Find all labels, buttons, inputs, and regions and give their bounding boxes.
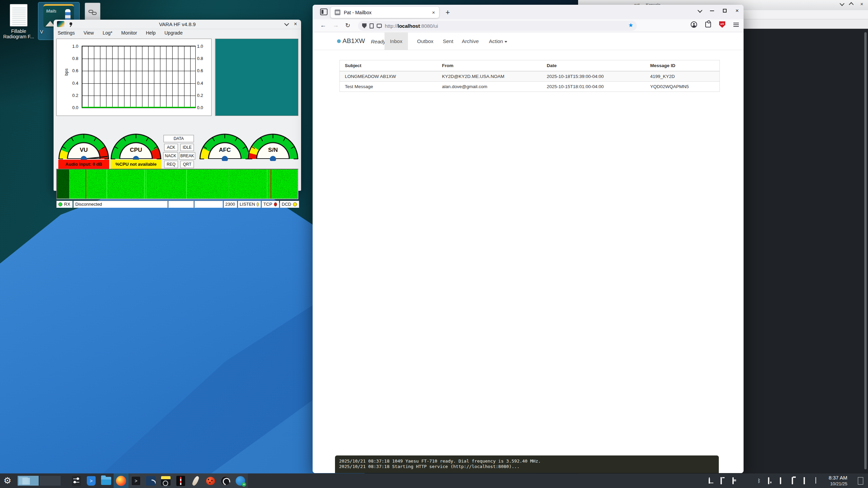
notes-bubble-icon[interactable] bbox=[377, 24, 382, 28]
tcp-field: TCP bbox=[261, 201, 279, 208]
desktop-icon-radiogram[interactable]: Fillable Radiogram F... bbox=[0, 4, 37, 39]
table-row[interactable]: LONGMEADOW AB1XW KY2D@KY2D.ME.USA.NOAM 2… bbox=[340, 71, 720, 82]
minimize-icon[interactable] bbox=[840, 1, 845, 6]
taskbar-item-feather[interactable] bbox=[188, 473, 203, 488]
break-indicator[interactable]: BREAK bbox=[179, 152, 195, 160]
log-line: 2025/10/21 08:37:18 1049 Yaesu FT-710 re… bbox=[339, 459, 715, 464]
table-row[interactable]: Test Message alan.dove@gmail.com 2025-10… bbox=[340, 82, 720, 92]
throughput-graph: bps 1.00.8 0.60.4 0.20.0 1.00.8 0.60.4 0… bbox=[56, 39, 212, 116]
listen-field: LISTEN bbox=[238, 201, 261, 208]
taskbar-item-system-settings[interactable] bbox=[69, 473, 84, 488]
nack-indicator[interactable]: NACK bbox=[163, 152, 178, 160]
ack-indicator[interactable]: ACK bbox=[164, 144, 178, 151]
virtual-desktop-pager[interactable] bbox=[18, 476, 61, 486]
kdeconnect-icon[interactable] bbox=[780, 478, 786, 484]
req-indicator[interactable]: REQ bbox=[164, 161, 178, 168]
vara-window[interactable]: VARA HF v4.8.9 × Settings View Log* Moni… bbox=[54, 20, 301, 191]
waterfall-noise bbox=[57, 169, 298, 199]
app-launcher-button[interactable]: ⚙ bbox=[0, 473, 15, 488]
account-icon[interactable] bbox=[691, 21, 697, 28]
col-message-id[interactable]: Message ID bbox=[645, 60, 720, 72]
back-icon[interactable]: ← bbox=[320, 22, 326, 29]
printer-icon[interactable] bbox=[792, 478, 798, 484]
menu-view[interactable]: View bbox=[84, 30, 94, 36]
firefox-window[interactable]: Pat - Mailbox × + × ← → ↻ http://localho… bbox=[313, 5, 744, 473]
reload-icon[interactable]: ↻ bbox=[345, 22, 350, 29]
rx-field: RX bbox=[56, 201, 73, 208]
taskbar-item-obs[interactable] bbox=[218, 473, 233, 488]
taskbar-item-gpredict[interactable] bbox=[143, 473, 158, 488]
firefox-view-icon[interactable] bbox=[320, 8, 328, 15]
bookmark-star-icon[interactable]: ★ bbox=[628, 22, 633, 29]
desktop-icon-label: V bbox=[40, 29, 52, 35]
desktop-2[interactable] bbox=[40, 476, 61, 486]
tray-expand-chevron-icon[interactable] bbox=[815, 478, 822, 484]
qrt-indicator[interactable]: QRT bbox=[180, 161, 194, 168]
forward-icon[interactable]: → bbox=[333, 22, 339, 29]
status-empty-field-2 bbox=[194, 201, 223, 208]
microphone-icon[interactable] bbox=[768, 478, 774, 484]
close-icon[interactable]: × bbox=[294, 22, 297, 26]
maximize-icon[interactable] bbox=[723, 9, 727, 13]
menu-hamburger-icon[interactable] bbox=[733, 23, 739, 27]
menu-upgrade[interactable]: Upgrade bbox=[164, 30, 183, 36]
notifications-bell-icon[interactable] bbox=[709, 478, 715, 484]
tab-pat-mailbox[interactable]: Pat - Mailbox × bbox=[331, 7, 439, 18]
action-dropdown[interactable]: Action bbox=[484, 33, 513, 50]
radio-modem-icon bbox=[161, 476, 171, 486]
clock[interactable]: 8:37 AM 10/21/25 bbox=[829, 475, 847, 487]
close-icon[interactable]: × bbox=[860, 2, 863, 6]
col-subject[interactable]: Subject bbox=[340, 60, 437, 72]
url-text[interactable]: http://localhost:8080/ui bbox=[385, 23, 633, 29]
taskbar-item-vara[interactable] bbox=[158, 473, 173, 488]
y-axis-ticks-right: 1.00.8 0.60.4 0.20.0 bbox=[197, 44, 209, 110]
cpu-banner: %CPU not available bbox=[111, 160, 161, 169]
col-from[interactable]: From bbox=[437, 60, 542, 72]
clipboard-icon[interactable] bbox=[721, 478, 727, 484]
taskbar-item-discover[interactable]: > bbox=[84, 473, 99, 488]
taskbar-item-firefox[interactable] bbox=[114, 473, 129, 488]
bluetooth-icon[interactable]: ᛒ bbox=[756, 478, 762, 484]
tab-close-icon[interactable]: × bbox=[432, 9, 435, 15]
new-tab-button[interactable]: + bbox=[446, 8, 450, 17]
ladybug-icon bbox=[206, 477, 215, 485]
taskbar-item-thunderbird[interactable] bbox=[233, 473, 248, 488]
dcd-led bbox=[293, 202, 297, 206]
launcher-gear-icon: ⚙ bbox=[3, 475, 11, 486]
pat-brand[interactable]: AB1XW bbox=[337, 37, 365, 45]
ublock-origin-icon[interactable]: uO bbox=[719, 21, 725, 28]
satellite-dish-icon bbox=[146, 476, 156, 486]
minimize-icon[interactable] bbox=[710, 11, 714, 11]
extensions-puzzle-icon[interactable] bbox=[705, 22, 711, 27]
menu-monitor[interactable]: Monitor bbox=[121, 30, 137, 36]
tab-outbox[interactable]: Outbox bbox=[412, 33, 439, 50]
maximize-icon[interactable] bbox=[849, 2, 854, 7]
vara-titlebar[interactable]: VARA HF v4.8.9 × bbox=[54, 20, 301, 29]
display-icon[interactable] bbox=[804, 478, 810, 484]
taskbar-item-dolphin[interactable] bbox=[99, 473, 114, 488]
scrollbar[interactable] bbox=[864, 32, 867, 469]
tab-sent[interactable]: Sent bbox=[437, 33, 459, 50]
taskbar-item-konsole[interactable]: > bbox=[129, 473, 143, 488]
menu-log[interactable]: Log* bbox=[103, 30, 113, 36]
mailbox-table: Subject From Date Message ID LONGMEADOW … bbox=[339, 60, 720, 92]
tab-archive[interactable]: Archive bbox=[456, 33, 484, 50]
idle-indicator[interactable]: IDLE bbox=[180, 144, 194, 151]
log-line: 2025/10/21 08:37:18 Starting HTTP servic… bbox=[339, 464, 715, 469]
url-bar[interactable]: http://localhost:8080/ui ★ bbox=[358, 21, 637, 31]
taskbar-item-ladybug[interactable] bbox=[203, 473, 218, 488]
page-info-icon[interactable] bbox=[370, 23, 374, 28]
close-icon[interactable]: × bbox=[735, 9, 739, 13]
desktop-1[interactable] bbox=[18, 476, 39, 486]
volume-icon[interactable] bbox=[744, 478, 750, 484]
menu-settings[interactable]: Settings bbox=[58, 30, 75, 36]
peek-desktop-button[interactable] bbox=[858, 477, 863, 485]
taskbar-item-radio-tower[interactable] bbox=[173, 473, 188, 488]
menu-help[interactable]: Help bbox=[146, 30, 156, 36]
list-tabs-chevron-icon[interactable] bbox=[697, 8, 702, 13]
data-indicator[interactable]: DATA bbox=[163, 135, 194, 142]
col-date[interactable]: Date bbox=[542, 60, 645, 72]
tab-inbox[interactable]: Inbox bbox=[384, 33, 408, 50]
keyboard-icon[interactable] bbox=[732, 478, 738, 484]
tracking-shield-icon[interactable] bbox=[362, 23, 367, 28]
